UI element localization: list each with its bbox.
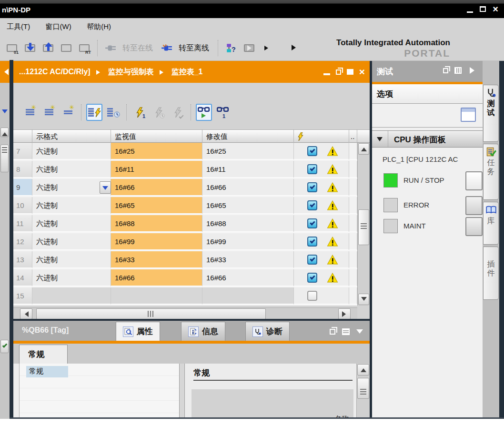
modify-value-cell[interactable]: 16#66	[202, 179, 294, 196]
toolbar-expand-icon[interactable]	[260, 40, 274, 56]
columns-icon[interactable]	[454, 67, 462, 74]
breadcrumb-table[interactable]: 监控表_1	[171, 61, 203, 83]
go-offline-plug-icon[interactable]	[160, 40, 174, 56]
col-modify-enable-header[interactable]	[294, 130, 349, 143]
download-to-device-icon[interactable]	[23, 40, 37, 56]
format-cell[interactable]: 六进制	[32, 197, 111, 214]
float-panel-icon[interactable]	[443, 68, 448, 73]
collapse-cell[interactable]	[372, 131, 388, 147]
modify-value-cell[interactable]: 16#99	[202, 233, 294, 250]
editor-minimize-icon[interactable]	[323, 73, 330, 75]
modify-checkbox[interactable]	[307, 182, 317, 192]
scroll-up-button[interactable]	[358, 143, 369, 155]
modify-value-cell[interactable]: 16#25	[202, 143, 294, 160]
modify-value-cell[interactable]: 16#88	[202, 215, 294, 232]
list-view-icon[interactable]	[342, 328, 350, 335]
enable-peripheral-outputs-icon[interactable]	[170, 104, 186, 121]
menu-tools[interactable]: 工具(T)	[7, 22, 37, 31]
float-panel-icon[interactable]	[330, 329, 335, 335]
col-format-header[interactable]: 示格式	[32, 130, 111, 143]
format-cell[interactable]	[32, 287, 111, 305]
modify-with-trigger-icon[interactable]	[151, 104, 167, 121]
scroll-up-button[interactable]	[0, 128, 9, 137]
menu-help[interactable]: 帮助(H)	[87, 22, 118, 31]
editor-maximize-icon[interactable]	[347, 69, 353, 75]
modify-checkbox[interactable]	[307, 255, 317, 265]
col-more-header[interactable]: ..	[349, 130, 357, 143]
modify-value-cell[interactable]: 16#11	[202, 161, 294, 178]
modify-checkbox[interactable]	[307, 291, 317, 301]
tab-properties[interactable]: 属性	[116, 322, 160, 341]
stop-button[interactable]	[465, 196, 483, 215]
modify-checkbox[interactable]	[307, 218, 317, 228]
modify-checkbox[interactable]	[307, 273, 317, 283]
breadcrumb-device[interactable]: ...1212C AC/DC/Rly]	[19, 61, 91, 83]
col-monitor-header[interactable]: 监视值	[111, 130, 202, 143]
collapse-left-icon[interactable]	[1, 69, 9, 75]
scroll-right-button[interactable]	[338, 308, 351, 319]
modify-checkbox[interactable]	[307, 146, 317, 156]
format-cell[interactable]: 六进制	[32, 215, 111, 232]
add-row-icon[interactable]: ✳	[41, 104, 57, 121]
dropdown-icon[interactable]	[2, 109, 8, 116]
insert-row-icon[interactable]: ✳	[22, 104, 38, 121]
editor-restore-icon[interactable]	[336, 69, 341, 75]
collapse-panel-icon[interactable]	[356, 329, 363, 337]
scrollbar-thumb[interactable]	[0, 145, 9, 172]
table-horizontal-scrollbar[interactable]	[13, 307, 357, 320]
modify-once-icon[interactable]: 1	[131, 104, 148, 121]
subtab-general[interactable]: 常规	[19, 345, 68, 364]
maximize-icon[interactable]	[480, 6, 486, 12]
mres-button[interactable]	[465, 217, 483, 236]
tab-tasks[interactable]: 任务	[483, 144, 499, 200]
scrollbar-thumb[interactable]	[357, 378, 369, 399]
scroll-down-button[interactable]	[358, 294, 369, 305]
format-cell[interactable]: 六进制	[32, 143, 111, 160]
expand-modify-columns-icon[interactable]	[196, 104, 212, 121]
tab-addins[interactable]: 插件	[483, 247, 499, 300]
format-cell[interactable]: 六进制	[32, 269, 111, 287]
go-offline-button[interactable]: 转至离线	[179, 43, 209, 53]
breadcrumb-folder[interactable]: 监控与强制表	[108, 61, 154, 83]
monitor-once-icon[interactable]	[105, 104, 121, 121]
editor-close-icon[interactable]: ×	[359, 68, 365, 76]
properties-scrollbar[interactable]	[356, 364, 370, 419]
modify-checkbox[interactable]	[307, 200, 317, 210]
upload-from-device-icon[interactable]	[41, 40, 55, 56]
go-online-plug-icon[interactable]	[103, 40, 118, 56]
scroll-up-button[interactable]	[357, 364, 369, 376]
format-cell[interactable]: 六进制	[32, 233, 111, 250]
confirm-button[interactable]	[0, 340, 9, 353]
col-modify-header[interactable]: 修改值	[202, 130, 294, 143]
close-icon[interactable]: ×	[493, 4, 498, 14]
memory-card-icon[interactable]: 01	[5, 40, 19, 56]
scrollbar-thumb[interactable]	[36, 308, 266, 319]
modify-checkbox[interactable]	[307, 164, 317, 174]
accessible-devices-icon[interactable]: ?	[224, 40, 238, 56]
menu-window[interactable]: 窗口(W)	[46, 22, 78, 31]
tab-info[interactable]: 信息	[181, 322, 225, 341]
modify-value-cell[interactable]: 16#66	[202, 269, 294, 287]
cpu-panel-section-bar[interactable]: CPU 操作面板	[372, 130, 483, 148]
tab-libraries[interactable]: 库	[483, 202, 499, 245]
run-button[interactable]	[465, 171, 483, 190]
nav-item-general[interactable]: 常规	[26, 366, 68, 377]
window-layout-icon[interactable]	[461, 108, 476, 122]
scrollbar-thumb[interactable]	[358, 209, 369, 245]
format-cell[interactable]: 六进制	[32, 251, 111, 268]
modify-checkbox[interactable]	[307, 237, 317, 247]
minimize-icon[interactable]	[467, 11, 473, 13]
monitor-all-icon[interactable]	[86, 104, 102, 121]
modify-value-cell[interactable]	[202, 287, 294, 305]
tab-test[interactable]: 测试	[483, 85, 499, 142]
exit-runtime-icon[interactable]	[242, 40, 256, 56]
table-vertical-scrollbar[interactable]	[357, 143, 370, 306]
scroll-left-button[interactable]	[20, 308, 32, 319]
format-dropdown-button[interactable]	[100, 181, 111, 194]
format-cell[interactable]: 六进制	[32, 161, 111, 178]
insert-comment-row-icon[interactable]: ✳	[60, 104, 76, 121]
expand-force-columns-icon[interactable]: 1	[215, 104, 231, 121]
go-online-button[interactable]: 转至在线	[122, 43, 153, 53]
start-runtime-icon[interactable]: RT	[77, 40, 91, 56]
tab-diagnostics[interactable]: 诊断	[245, 322, 290, 341]
